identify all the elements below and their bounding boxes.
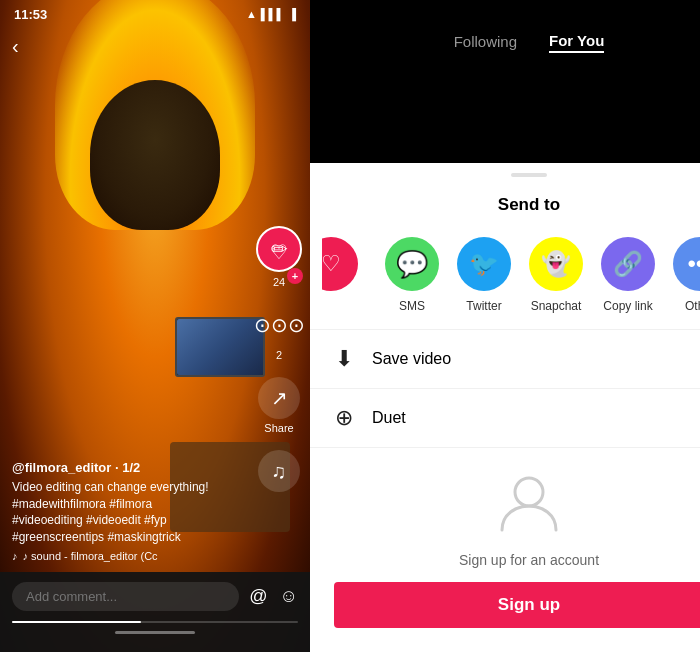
share-row: ♡ 💬 SMS 🐦 Twitter 👻 Snapchat bbox=[310, 229, 700, 329]
video-username: @filmora_editor · 1/2 bbox=[12, 460, 250, 475]
battery-icon: ▐ bbox=[288, 8, 296, 20]
video-gap bbox=[310, 67, 700, 163]
right-panel: Following For You 🔍 Send to × ♡ � bbox=[310, 0, 700, 652]
music-text: ♪ sound - filmora_editor (Cc bbox=[23, 550, 158, 562]
other-icon: ••• bbox=[687, 250, 700, 278]
status-time: 11:53 bbox=[14, 7, 47, 22]
character-head bbox=[90, 80, 220, 230]
progress-track bbox=[12, 621, 298, 623]
home-bar bbox=[115, 631, 195, 634]
sheet-handle bbox=[310, 163, 700, 177]
music-info: ♪ ♪ sound - filmora_editor (Cc bbox=[12, 550, 250, 562]
snapchat-icon: 👻 bbox=[541, 250, 571, 278]
signup-button[interactable]: Sign up bbox=[334, 582, 700, 628]
share-item-other[interactable]: ••• Other bbox=[664, 237, 700, 313]
wifi-icon: ▲ bbox=[246, 8, 257, 20]
emoji-icon[interactable]: ☺ bbox=[280, 586, 298, 607]
comment-button[interactable]: ⊙⊙⊙ 2 bbox=[258, 304, 300, 361]
comment-count: 2 bbox=[276, 349, 282, 361]
signal-icon: ▌▌▌ bbox=[261, 8, 284, 20]
comment-row: @ ☺ bbox=[0, 572, 310, 617]
monitor-screen bbox=[177, 319, 263, 375]
video-panel: 11:53 ▲ ▌▌▌ ▐ ‹ ✏ + ♡ 24 ⊙⊙⊙ 2 ↗ Share ♫… bbox=[0, 0, 310, 652]
sheet-title: Send to bbox=[358, 195, 700, 215]
signup-text: Sign up for an account bbox=[459, 552, 599, 568]
save-video-icon: ⬇ bbox=[330, 346, 358, 372]
person-icon-container bbox=[494, 468, 564, 538]
share-item-sms[interactable]: 💬 SMS bbox=[376, 237, 448, 313]
music-icon: ♪ bbox=[12, 550, 18, 562]
share-item-partial[interactable]: ♡ bbox=[322, 237, 376, 291]
top-navigation: Following For You 🔍 bbox=[310, 0, 700, 67]
duet-row[interactable]: ⊕ Duet bbox=[310, 389, 700, 447]
status-bar: 11:53 ▲ ▌▌▌ ▐ bbox=[0, 0, 310, 28]
other-icon-circle: ••• bbox=[673, 237, 700, 291]
status-icons: ▲ ▌▌▌ ▐ bbox=[246, 8, 296, 20]
video-description: Video editing can change everything! #ma… bbox=[12, 479, 250, 546]
twitter-icon-circle: 🐦 bbox=[457, 237, 511, 291]
twitter-icon: 🐦 bbox=[469, 250, 499, 278]
at-icon[interactable]: @ bbox=[249, 586, 267, 607]
copylink-icon: 🔗 bbox=[613, 250, 643, 278]
back-button[interactable]: ‹ bbox=[12, 35, 19, 58]
partial-icon-glyph: ♡ bbox=[322, 251, 341, 277]
share-icon: ↗ bbox=[258, 377, 300, 419]
share-item-copylink[interactable]: 🔗 Copy link bbox=[592, 237, 664, 313]
share-item-snapchat[interactable]: 👻 Snapchat bbox=[520, 237, 592, 313]
share-partial-icon: ♡ bbox=[322, 237, 358, 291]
save-video-label: Save video bbox=[372, 350, 451, 368]
tab-following[interactable]: Following bbox=[454, 33, 517, 52]
nav-tabs: Following For You bbox=[454, 32, 605, 53]
progress-bar[interactable] bbox=[0, 621, 310, 623]
share-item-twitter[interactable]: 🐦 Twitter bbox=[448, 237, 520, 313]
like-count: 24 bbox=[273, 276, 285, 288]
copylink-icon-circle: 🔗 bbox=[601, 237, 655, 291]
comment-icon: ⊙⊙⊙ bbox=[258, 304, 300, 346]
monitor-prop bbox=[175, 317, 265, 377]
right-actions: ♡ 24 ⊙⊙⊙ 2 ↗ Share ♫ bbox=[258, 231, 300, 492]
music-disc-icon: ♫ bbox=[258, 450, 300, 492]
sms-icon: 💬 bbox=[396, 249, 428, 280]
sms-icon-circle: 💬 bbox=[385, 237, 439, 291]
twitter-label: Twitter bbox=[466, 299, 501, 313]
sms-label: SMS bbox=[399, 299, 425, 313]
video-text-overlay: @filmora_editor · 1/2 Video editing can … bbox=[12, 460, 250, 562]
bottom-bar: @ ☺ bbox=[0, 572, 310, 652]
copylink-label: Copy link bbox=[603, 299, 652, 313]
signup-section: Sign up for an account Sign up bbox=[310, 448, 700, 652]
send-to-sheet: Send to × ♡ 💬 SMS 🐦 Twitter bbox=[310, 163, 700, 652]
person-icon bbox=[494, 468, 564, 538]
comment-icons: @ ☺ bbox=[249, 586, 298, 607]
like-button[interactable]: ♡ 24 bbox=[258, 231, 300, 288]
duet-icon: ⊕ bbox=[330, 405, 358, 431]
tab-for-you[interactable]: For You bbox=[549, 32, 604, 53]
progress-fill bbox=[12, 621, 141, 623]
heart-icon: ♡ bbox=[258, 231, 300, 273]
share-label: Share bbox=[264, 422, 293, 434]
snapchat-label: Snapchat bbox=[531, 299, 582, 313]
home-indicator bbox=[0, 631, 310, 634]
other-label: Other bbox=[685, 299, 700, 313]
sheet-header: Send to × bbox=[310, 177, 700, 229]
save-video-row[interactable]: ⬇ Save video bbox=[310, 330, 700, 388]
comment-input[interactable] bbox=[12, 582, 239, 611]
snapchat-icon-circle: 👻 bbox=[529, 237, 583, 291]
music-disc-button[interactable]: ♫ bbox=[258, 450, 300, 492]
svg-point-0 bbox=[515, 478, 543, 506]
duet-label: Duet bbox=[372, 409, 406, 427]
share-button[interactable]: ↗ Share bbox=[258, 377, 300, 434]
